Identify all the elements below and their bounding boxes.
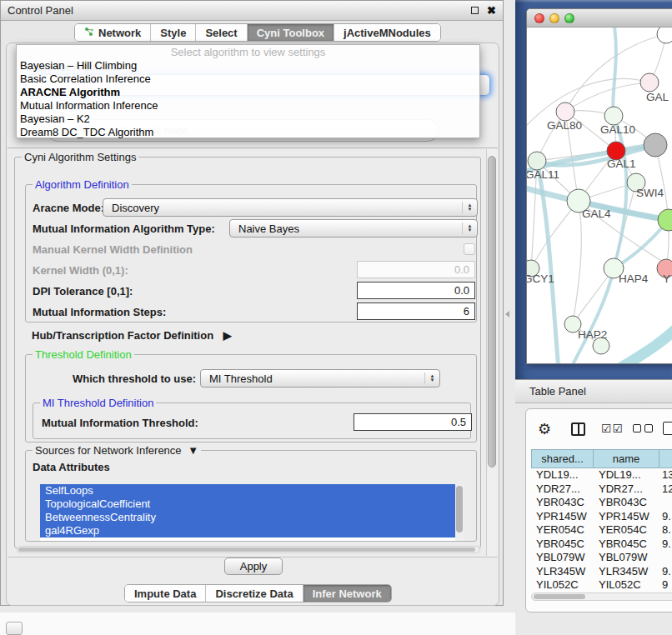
which-threshold-combobox[interactable]: MI Threshold ▲▼ xyxy=(200,369,440,388)
table-horizontal-scrollbar[interactable] xyxy=(531,592,672,601)
table-row[interactable]: YIL052CYIL052C9 xyxy=(531,578,672,592)
table-row[interactable]: YLR345WYLR345W9. xyxy=(531,565,672,579)
new-table-icon[interactable] xyxy=(663,422,672,435)
splitter-handle[interactable] xyxy=(505,311,509,318)
network-node-gal10[interactable] xyxy=(604,107,623,125)
mi-type-label: Mutual Information Algorithm Type: xyxy=(33,222,215,235)
table-panel-card: ⚙ ☑☑ shared...name YDL19...YDL19...13YDR… xyxy=(525,408,672,612)
table-panel-titlebar[interactable]: Table Panel xyxy=(515,379,672,403)
manual-kernel-checkbox[interactable] xyxy=(464,243,475,255)
table-cell: YPR145W xyxy=(531,510,594,524)
network-canvas[interactable]: GALGAL80GAL10GAL1GAL11SWI4GAL4GCY1HAP4YH… xyxy=(527,28,672,364)
table-cell: 9. xyxy=(659,510,672,524)
table-cell: YDR27... xyxy=(594,482,659,497)
network-node-gal80[interactable] xyxy=(556,102,574,121)
data-attributes-label: Data Attributes xyxy=(33,461,110,473)
close-icon[interactable]: ✖ xyxy=(487,5,496,16)
settings-vertical-scrollbar[interactable] xyxy=(486,149,497,556)
node-label: GAL10 xyxy=(600,123,635,136)
tab-cyni-toolbox[interactable]: Cyni Toolbox xyxy=(248,24,334,41)
stepper-arrows-icon: ▲▼ xyxy=(462,202,477,213)
deselect-all-checkboxes-icon[interactable] xyxy=(633,424,656,432)
table-row[interactable]: YER054CYER054C8. xyxy=(531,523,672,538)
close-traffic-light-icon[interactable] xyxy=(534,13,544,23)
algorithm-popup-list: Select algorithm to view settings Bayesi… xyxy=(16,44,480,138)
table-row[interactable]: YPR145WYPR145W9. xyxy=(531,510,672,524)
table-row[interactable]: YBL079WYBL079W xyxy=(531,551,672,565)
node-table[interactable]: shared...name YDL19...YDL19...13YDR27...… xyxy=(531,449,672,592)
table-row[interactable]: YBR043CYBR043C xyxy=(531,496,672,510)
table-cell: YBR043C xyxy=(594,496,659,510)
attribute-item-gal4rgexp[interactable]: gal4RGexp xyxy=(40,524,464,538)
cyni-algorithm-settings-title: Cyni Algorithm Settings xyxy=(22,151,138,163)
table-row[interactable]: YBR045CYBR045C9. xyxy=(531,538,672,552)
float-window-icon[interactable] xyxy=(471,7,479,14)
mi-steps-field[interactable]: 6 xyxy=(357,302,475,320)
table-row[interactable]: YDL19...YDL19...13 xyxy=(531,468,672,482)
node-label: GAL xyxy=(646,91,669,103)
algorithm-option-bayesian-hill-climbing[interactable]: Bayesian – Hill Climbing xyxy=(17,59,479,72)
node-label: GCY1 xyxy=(527,272,554,285)
table-header-row[interactable]: shared...name xyxy=(531,449,672,468)
hub-definition-toggle[interactable]: Hub/Transcription Factor Definition ▶ xyxy=(32,329,232,342)
kernel-width-field[interactable]: 0.0 xyxy=(357,261,475,278)
minimize-traffic-light-icon[interactable] xyxy=(549,13,559,23)
network-node[interactable] xyxy=(644,133,667,157)
table-cell: YER054C xyxy=(531,523,594,538)
network-view-window[interactable]: GALGAL80GAL10GAL1GAL11SWI4GAL4GCY1HAP4YH… xyxy=(526,8,672,364)
screen: Control Panel ✖ NetworkStyleSelectCyni T… xyxy=(0,0,672,635)
table-cell: 9 xyxy=(659,578,672,592)
zoom-traffic-light-icon[interactable] xyxy=(564,13,574,23)
node-label: GAL80 xyxy=(547,119,582,132)
table-cell: 9. xyxy=(659,538,672,552)
table-cell: YDR27... xyxy=(531,482,594,497)
tab-select[interactable]: Select xyxy=(196,24,247,41)
column-header-cut[interactable] xyxy=(659,449,672,468)
collapsed-panel-button[interactable] xyxy=(6,622,23,635)
table-cell: 12 xyxy=(659,482,672,497)
attribute-item-selfloops[interactable]: SelfLoops xyxy=(40,484,464,498)
tab-jactivemnodules[interactable]: jActiveMNodules xyxy=(334,24,440,41)
network-node-gal[interactable] xyxy=(640,73,659,92)
algorithm-option-mutual-information-inference[interactable]: Mutual Information Inference xyxy=(17,99,479,112)
algorithm-option-basic-correlation-inference[interactable]: Basic Correlation Inference xyxy=(17,72,479,86)
algorithm-option-bayesian-k2[interactable]: Bayesian – K2 xyxy=(17,112,479,126)
tab-style[interactable]: Style xyxy=(151,24,196,41)
sources-group: Sources for Network Inference ▼ Data Att… xyxy=(25,450,477,542)
tab-network[interactable]: Network xyxy=(75,24,151,41)
control-panel-titlebar[interactable]: Control Panel ✖ xyxy=(1,1,503,21)
node-label: GAL11 xyxy=(527,168,559,181)
table-cell: YPR145W xyxy=(594,510,659,524)
tab-impute-data[interactable]: Impute Data xyxy=(125,585,206,602)
attribute-item-topologicalcoefficient[interactable]: TopologicalCoefficient xyxy=(40,498,464,511)
settings-horizontal-scrollbar[interactable] xyxy=(17,546,480,553)
network-node[interactable] xyxy=(657,28,672,43)
select-all-checkboxes-icon[interactable]: ☑☑ xyxy=(601,422,624,435)
data-attributes-list[interactable]: SelfLoopsTopologicalCoefficientBetweenne… xyxy=(40,484,464,541)
network-window-titlebar[interactable] xyxy=(527,9,672,28)
node-label: HAP4 xyxy=(619,272,649,285)
table-row[interactable]: YDR27...YDR27...12 xyxy=(531,482,672,497)
apply-button[interactable]: Apply xyxy=(224,558,283,575)
bottom-tabs: Impute DataDiscretize DataInfer Network xyxy=(124,584,392,602)
algorithm-option-dream8-dc-tdc-algorithm[interactable]: Dream8 DC_TDC Algorithm xyxy=(17,126,479,139)
network-node-gal11[interactable] xyxy=(528,152,546,170)
mi-threshold-field[interactable]: 0.5 xyxy=(354,413,472,431)
chevron-down-icon: ▼ xyxy=(188,444,198,457)
column-header-shared[interactable]: shared... xyxy=(531,449,594,468)
control-panel-window: Control Panel ✖ NetworkStyleSelectCyni T… xyxy=(0,0,504,606)
algorithm-option-aracne-algorithm[interactable]: ARACNE Algorithm xyxy=(17,86,479,99)
table-cell: YBR045C xyxy=(531,538,594,552)
tab-infer-network[interactable]: Infer Network xyxy=(303,585,391,602)
table-panel-title: Table Panel xyxy=(529,385,586,398)
mi-type-combobox[interactable]: Naive Bayes ▲▼ xyxy=(229,219,478,238)
dpi-tolerance-field[interactable]: 0.0 xyxy=(357,282,475,299)
aracne-mode-combobox[interactable]: Discovery ▲▼ xyxy=(103,198,478,217)
list-scrollbar[interactable] xyxy=(455,484,464,541)
tab-discretize-data[interactable]: Discretize Data xyxy=(206,585,303,602)
gear-icon[interactable]: ⚙ xyxy=(538,420,551,438)
attribute-item-betweennesscentrality[interactable]: BetweennessCentrality xyxy=(40,511,464,524)
column-header-name[interactable]: name xyxy=(594,449,659,468)
columns-icon[interactable] xyxy=(571,422,585,436)
sources-group-title[interactable]: Sources for Network Inference ▼ xyxy=(33,444,201,457)
